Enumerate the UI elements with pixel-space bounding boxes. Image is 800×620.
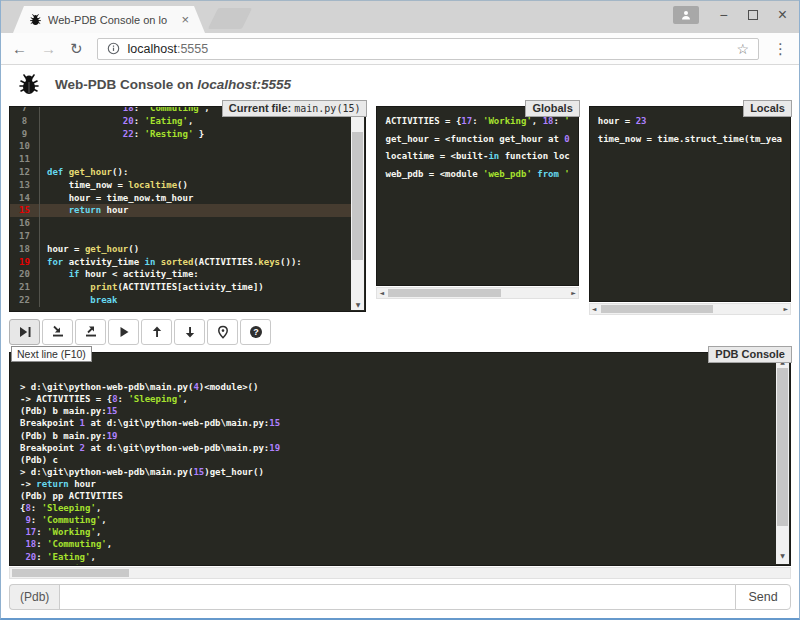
continue-button[interactable] — [108, 319, 139, 345]
line-number[interactable]: 20 — [10, 268, 40, 281]
console-line: > d:\git\python-web-pdb\main.py(4)<modul… — [20, 381, 772, 393]
console-line: 9: 'Commuting', — [20, 514, 772, 526]
scrollbar-thumb[interactable] — [601, 305, 713, 313]
forward-icon[interactable]: → — [41, 41, 56, 56]
locals-horizontal-scrollbar[interactable]: ◄ ► — [589, 303, 791, 315]
line-number[interactable]: 7 — [10, 106, 40, 115]
return-step-out-button[interactable] — [75, 319, 106, 345]
minimize-button[interactable]: − — [719, 8, 727, 22]
command-row: (Pdb) Send — [9, 584, 791, 610]
line-number[interactable]: 11 — [10, 153, 40, 166]
globals-label: Globals — [525, 100, 579, 117]
code-line: 18hour = get_hour() — [10, 243, 351, 256]
bookmark-star-icon[interactable]: ☆ — [736, 41, 749, 57]
locals-panel: Locals hour = 23time_now = time.struct_t… — [589, 106, 791, 315]
command-input[interactable] — [59, 584, 736, 610]
next-line-button[interactable] — [9, 319, 40, 345]
code-line: 17 — [10, 230, 351, 243]
send-button[interactable]: Send — [735, 584, 791, 610]
maximize-button[interactable] — [748, 10, 758, 20]
url-text: localhost:5555 — [128, 42, 209, 56]
app-header: Web-PDB Console on localhost:5555 — [1, 65, 799, 100]
code-line: 20 if hour < activity_time: — [10, 268, 351, 281]
line-number[interactable]: 14 — [10, 192, 40, 205]
line-number[interactable]: 9 — [10, 128, 40, 141]
browser-toolbar: ← → ↻ localhost:5555 ☆ ⋮ — [1, 33, 799, 65]
locals-content: hour = 23time_now = time.struct_time(tm_… — [589, 106, 791, 302]
line-number[interactable]: 12 — [10, 166, 40, 179]
globals-line: localtime = <built-in function loc — [385, 148, 569, 166]
close-button[interactable]: × — [778, 7, 787, 23]
line-number[interactable]: 10 — [10, 140, 40, 153]
scrollbar-thumb[interactable] — [352, 132, 363, 260]
scrollbar-thumb[interactable] — [388, 289, 500, 297]
pdb-console-panel: PDB Console > d:\git\python-web-pdb\main… — [9, 352, 791, 579]
address-bar[interactable]: localhost:5555 ☆ — [97, 38, 759, 60]
globals-content: ACTIVITIES = {17: 'Working', 18: 'get_ho… — [376, 106, 578, 286]
console-line: -> ACTIVITIES = {8: 'Sleeping', — [20, 393, 772, 405]
console-line: (Pdb) pp ACTIVITIES — [20, 490, 772, 502]
code-vertical-scrollbar[interactable]: ▲ ▼ — [351, 108, 364, 310]
globals-horizontal-scrollbar[interactable]: ◄ ► — [376, 287, 578, 299]
code-line: 11 — [10, 153, 351, 166]
line-number[interactable]: 16 — [10, 217, 40, 230]
code-line: 9 22: 'Resting' } — [10, 128, 351, 141]
console-line: (Pdb) b main.py:19 — [20, 430, 772, 442]
console-line: Breakpoint 1 at d:\git\python-web-pdb\ma… — [20, 417, 772, 429]
stack-up-button[interactable] — [141, 319, 172, 345]
where-pin-button[interactable] — [207, 319, 238, 345]
tab-strip: Web-PDB Console on lo × − × — [1, 0, 799, 33]
profile-icon[interactable] — [673, 6, 699, 24]
globals-line: web_pdb = <module 'web_pdb' from ' — [385, 166, 569, 184]
scroll-left-icon[interactable]: ◄ — [379, 288, 384, 298]
scroll-right-icon[interactable]: ► — [783, 304, 788, 314]
console-line: {8: 'Sleeping', — [20, 502, 772, 514]
code-line: 22 break — [10, 294, 351, 307]
console-line: 20: 'Eating', — [20, 551, 772, 563]
reload-icon[interactable]: ↻ — [70, 41, 83, 56]
browser-window: Web-PDB Console on lo × − × ← → ↻ localh… — [0, 0, 800, 620]
step-into-button[interactable] — [42, 319, 73, 345]
globals-panel: Globals ACTIVITIES = {17: 'Working', 18:… — [376, 106, 578, 299]
new-tab-button[interactable] — [208, 8, 252, 29]
browser-menu-icon[interactable]: ⋮ — [773, 40, 788, 58]
info-icon[interactable] — [107, 42, 120, 55]
console-horizontal-scrollbar[interactable] — [9, 567, 791, 579]
line-number[interactable]: 17 — [10, 230, 40, 243]
code-line: 10 — [10, 140, 351, 153]
globals-line: get_hour = <function get_hour at 0 — [385, 131, 569, 149]
console-vertical-scrollbar[interactable]: ▲ ▼ — [776, 354, 789, 564]
code-listing: 7 18: 'Commuting',8 20: 'Eating',9 22: '… — [10, 106, 351, 307]
debug-toolbar: ? Next line (F10) — [9, 319, 791, 345]
code-line: 13 time_now = localtime() — [10, 179, 351, 192]
help-button[interactable]: ? — [240, 319, 271, 345]
scroll-left-icon[interactable]: ◄ — [592, 304, 597, 314]
console-output: > d:\git\python-web-pdb\main.py(4)<modul… — [20, 381, 772, 566]
line-number-breakpoint[interactable]: 19 — [10, 256, 40, 269]
console-line: 22: 'Resting'} — [20, 563, 772, 566]
page-title: Web-PDB Console on localhost:5555 — [55, 77, 291, 92]
line-number[interactable]: 8 — [10, 115, 40, 128]
scroll-down-icon[interactable]: ▼ — [351, 301, 364, 308]
locals-label: Locals — [743, 100, 792, 117]
scroll-right-icon[interactable]: ► — [571, 288, 576, 298]
scrollbar-thumb[interactable] — [777, 368, 788, 526]
console-line: (Pdb) c — [20, 454, 772, 466]
console-line: 18: 'Commuting', — [20, 538, 772, 550]
line-number[interactable]: 21 — [10, 281, 40, 294]
line-number[interactable]: 13 — [10, 179, 40, 192]
locals-line: time_now = time.struct_time(tm_yea — [598, 131, 782, 149]
code-line: 16 — [10, 217, 351, 230]
stack-down-button[interactable] — [174, 319, 205, 345]
scrollbar-thumb[interactable] — [12, 569, 129, 577]
tab-close-icon[interactable]: × — [181, 13, 189, 26]
back-icon[interactable]: ← — [12, 41, 27, 56]
console-line: 17: 'Working', — [20, 526, 772, 538]
scroll-down-icon[interactable]: ▼ — [776, 550, 789, 562]
line-number[interactable]: 18 — [10, 243, 40, 256]
line-number-breakpoint[interactable]: 15 — [10, 204, 40, 217]
browser-tab[interactable]: Web-PDB Console on lo × — [13, 6, 205, 33]
code-line: 19for activity_time in sorted(ACTIVITIES… — [10, 256, 351, 269]
console-line: (Pdb) b main.py:15 — [20, 405, 772, 417]
line-number[interactable]: 22 — [10, 294, 40, 307]
